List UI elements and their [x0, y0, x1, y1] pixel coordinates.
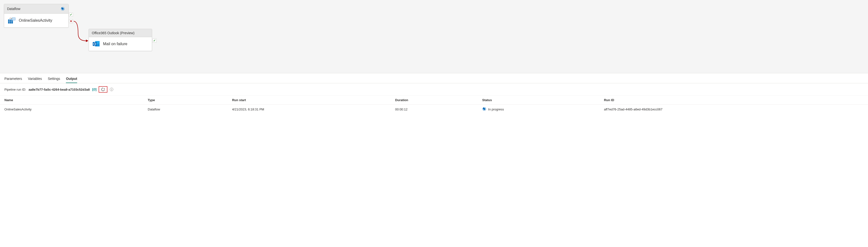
port-on-success[interactable]: ✓	[69, 13, 73, 17]
activity-dataflow[interactable]: Dataflow OnlineSalesActivity	[4, 4, 69, 28]
refresh-button[interactable]	[99, 86, 107, 92]
activity-body: OnlineSalesActivity	[4, 14, 68, 27]
svg-marker-13	[104, 88, 105, 89]
svg-point-15	[484, 108, 485, 108]
col-type[interactable]: Type	[143, 96, 227, 105]
tab-output[interactable]: Output	[66, 75, 77, 83]
cell-status: In progress	[478, 105, 600, 114]
failure-connector	[74, 21, 88, 42]
activity-header: Office365 Outlook (Preview)	[89, 29, 152, 37]
activity-outlook[interactable]: Office365 Outlook (Preview) Mail on fail…	[89, 29, 152, 51]
pipeline-run-bar: Pipeline run ID: aa8e7b77-5a5c-4264-bea8…	[0, 83, 868, 96]
activity-type-label: Dataflow	[7, 7, 20, 11]
pipeline-run-id: aa8e7b77-5a5c-4264-bea8-a7103c52d3a8	[29, 88, 90, 91]
svg-point-1	[62, 7, 63, 8]
outlook-icon	[93, 40, 100, 47]
pipeline-canvas[interactable]: Dataflow OnlineSalesActivity	[0, 0, 868, 73]
check-icon: ✓	[70, 13, 72, 17]
output-tabs: Parameters Variables Settings Output	[0, 73, 868, 83]
col-status[interactable]: Status	[478, 96, 600, 105]
status-text: In progress	[488, 108, 504, 111]
cell-type: Dataflow	[143, 105, 227, 114]
pipeline-run-label: Pipeline run ID:	[4, 88, 26, 91]
check-icon: ✓	[153, 39, 156, 42]
svg-rect-7	[12, 18, 16, 20]
info-icon[interactable]: i	[110, 88, 113, 91]
activity-name: OnlineSalesActivity	[19, 18, 52, 23]
svg-rect-11	[93, 42, 97, 46]
activity-type-label: Office365 Outlook (Preview)	[92, 31, 134, 35]
dataflow-icon	[8, 17, 16, 24]
activity-body: Mail on failure	[89, 37, 152, 51]
output-table: Name Type Run start Duration Status Run …	[0, 96, 868, 114]
col-runstart[interactable]: Run start	[228, 96, 391, 105]
activity-header: Dataflow	[4, 4, 68, 14]
col-name[interactable]: Name	[0, 96, 143, 105]
col-runid[interactable]: Run ID	[599, 96, 868, 105]
in-progress-icon	[482, 107, 486, 112]
port-on-failure[interactable]: ✕	[69, 19, 73, 23]
cell-runid: aff7ed76-25ad-4485-a6ed-49d3b1ecc067	[599, 105, 868, 114]
cell-runstart: 4/21/2023, 6:18:31 PM	[228, 105, 391, 114]
activity-status-in-progress-icon	[60, 6, 65, 11]
svg-marker-9	[86, 39, 88, 42]
tab-parameters[interactable]: Parameters	[4, 75, 22, 83]
cell-name: OnlineSalesActivity	[0, 105, 143, 114]
tab-settings[interactable]: Settings	[48, 75, 60, 83]
activity-name: Mail on failure	[103, 42, 127, 46]
x-icon: ✕	[70, 20, 72, 23]
col-duration[interactable]: Duration	[391, 96, 478, 105]
copy-runid-icon[interactable]: [@]	[92, 88, 96, 91]
tab-variables[interactable]: Variables	[28, 75, 42, 83]
cell-duration: 00:00:12	[391, 105, 478, 114]
table-row[interactable]: OnlineSalesActivity Dataflow 4/21/2023, …	[0, 105, 868, 114]
port-on-success[interactable]: ✓	[153, 38, 156, 43]
